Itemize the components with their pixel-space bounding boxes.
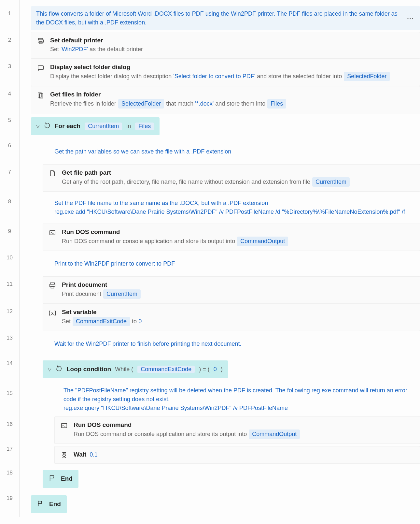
- end-block[interactable]: End: [43, 470, 78, 488]
- chevron-down-icon[interactable]: ▽: [36, 124, 40, 129]
- line-number: 2: [0, 27, 19, 53]
- svg-rect-9: [51, 286, 54, 288]
- action-description: Run DOS command or console application a…: [74, 429, 414, 439]
- action-description: Set 'Win2PDF' as the default printer: [50, 45, 414, 54]
- line-number: 18: [0, 460, 19, 486]
- line-number: 13: [0, 325, 19, 351]
- line-number: 5: [0, 108, 19, 133]
- action-set-variable[interactable]: {x} Set variable Set CommandExitCode to …: [43, 304, 420, 331]
- line-number: 1: [0, 0, 19, 27]
- loop-title: Loop condition: [66, 366, 111, 373]
- variable-chip[interactable]: CommandExitCode: [73, 317, 130, 326]
- action-description: Display the select folder dialog with de…: [50, 72, 414, 81]
- file-icon: [49, 170, 56, 177]
- action-display-select-folder[interactable]: Display select folder dialog Display the…: [31, 59, 420, 86]
- action-title: Print document: [62, 281, 414, 288]
- line-number: 3: [0, 53, 19, 80]
- comment-text[interactable]: Set the PDF file name to the same name a…: [54, 197, 405, 218]
- terminal-icon: [61, 422, 68, 429]
- action-description: Run DOS command or console application a…: [62, 237, 414, 246]
- action-title: Get file path part: [62, 169, 414, 176]
- line-number: 17: [0, 438, 19, 460]
- comment-text: This flow converts a folder of Microsoft…: [36, 10, 398, 26]
- action-description: Print document CurrentItem: [62, 289, 414, 299]
- chevron-down-icon[interactable]: ▽: [48, 367, 51, 372]
- action-set-default-printer[interactable]: Set default printer Set 'Win2PDF' as the…: [31, 32, 420, 59]
- variable-icon: {x}: [49, 309, 56, 316]
- hourglass-icon: [61, 452, 68, 459]
- flow-content: This flow converts a folder of Microsoft…: [20, 0, 420, 517]
- for-each-header[interactable]: ▽ For each CurrentItem in Files: [31, 117, 160, 135]
- action-get-file-path-part[interactable]: Get file path part Get any of the root p…: [43, 164, 420, 192]
- dialog-icon: [37, 64, 44, 71]
- action-print-document[interactable]: Print document Print document CurrentIte…: [43, 276, 420, 304]
- line-number: 9: [0, 218, 19, 245]
- variable-chip[interactable]: CommandOutput: [249, 429, 300, 439]
- variable-chip[interactable]: CommandExitCode: [137, 366, 195, 373]
- comment-block[interactable]: This flow converts a folder of Microsoft…: [31, 6, 420, 30]
- line-number: 10: [0, 245, 19, 270]
- comment-text[interactable]: The "PDFPostFileName" registry setting w…: [63, 385, 420, 414]
- action-run-dos-command[interactable]: Run DOS command Run DOS command or conso…: [54, 416, 420, 444]
- line-number: 14: [0, 351, 19, 376]
- line-number: 11: [0, 270, 19, 298]
- line-number: 6: [0, 133, 19, 158]
- variable-chip[interactable]: SelectedFolder: [118, 99, 164, 109]
- action-title: Get files in folder: [50, 91, 414, 98]
- loop-icon: [55, 365, 63, 374]
- line-number: 4: [0, 80, 19, 108]
- svg-rect-2: [39, 42, 42, 44]
- action-description: Retrieve the files in folder SelectedFol…: [50, 99, 414, 109]
- flag-icon: [37, 500, 44, 509]
- svg-rect-3: [38, 66, 44, 70]
- action-title: Set variable: [62, 309, 414, 316]
- terminal-icon: [49, 229, 56, 236]
- svg-rect-6: [50, 231, 55, 235]
- line-number: 7: [0, 158, 19, 186]
- printer-icon: [37, 37, 44, 45]
- variable-chip[interactable]: Files: [135, 123, 154, 130]
- action-wait[interactable]: Wait 0.1: [54, 446, 420, 464]
- action-description: Get any of the root path, directory, fil…: [62, 177, 414, 187]
- more-options-icon[interactable]: ⋮: [406, 15, 415, 21]
- end-block[interactable]: End: [31, 495, 67, 513]
- printer-icon: [49, 282, 56, 289]
- loop-condition-header[interactable]: ▽ Loop condition While ( CommandExitCode…: [43, 360, 228, 378]
- loop-icon: [44, 122, 51, 131]
- action-run-dos-command[interactable]: Run DOS command Run DOS command or conso…: [43, 224, 420, 251]
- folder-files-icon: [37, 92, 44, 99]
- action-get-files-in-folder[interactable]: Get files in folder Retrieve the files i…: [31, 86, 420, 113]
- variable-chip[interactable]: CurrentItem: [103, 289, 141, 299]
- action-title: Display select folder dialog: [50, 64, 414, 71]
- variable-chip[interactable]: CommandOutput: [237, 237, 288, 246]
- line-number: 15: [0, 376, 19, 411]
- action-description: Set CommandExitCode to 0: [62, 317, 414, 326]
- line-number: 12: [0, 298, 19, 325]
- line-number: 19: [0, 486, 19, 511]
- comment-text[interactable]: Wait for the Win2PDF printer to finish b…: [54, 338, 242, 350]
- action-title: Run DOS command: [74, 421, 414, 429]
- variable-chip[interactable]: CurrentItem: [85, 123, 122, 130]
- variable-chip[interactable]: CurrentItem: [312, 177, 350, 187]
- loop-title: For each: [55, 123, 80, 130]
- svg-rect-10: [62, 424, 67, 428]
- wait-value: 0.1: [90, 451, 97, 458]
- action-title: Set default printer: [50, 37, 414, 44]
- line-number: 16: [0, 411, 19, 438]
- line-number-gutter: 1 2 3 4 5 6 7 8 9 10 11 12 13 14 15 16 1…: [0, 0, 20, 517]
- action-title: Run DOS command: [62, 228, 414, 236]
- comment-text[interactable]: Get the path variables so we can save th…: [54, 146, 231, 157]
- action-title: Wait: [74, 451, 86, 458]
- flag-icon: [49, 474, 56, 483]
- variable-chip[interactable]: Files: [267, 99, 286, 109]
- comment-text[interactable]: Print to the Win2PDF printer to convert …: [54, 258, 175, 269]
- variable-chip[interactable]: SelectedFolder: [344, 72, 390, 81]
- line-number: 8: [0, 186, 19, 218]
